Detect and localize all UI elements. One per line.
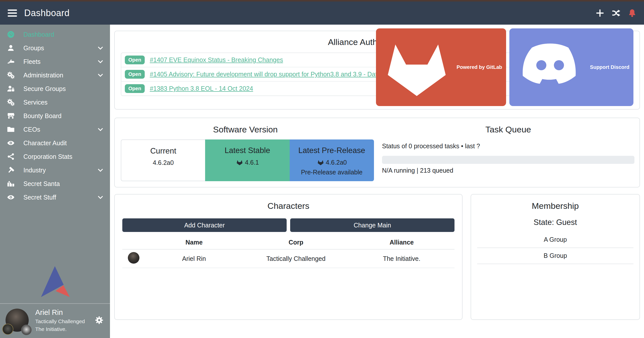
status-badge: Open	[125, 70, 145, 79]
folder-icon	[7, 125, 17, 134]
sidebar-item-label: Character Audit	[23, 139, 67, 147]
eye-icon	[7, 139, 17, 147]
version-column-current: Current4.6.2a0	[121, 139, 205, 181]
gitlab-tanuki-icon	[317, 159, 324, 166]
sidebar-item-corporation-stats[interactable]: Corporation Stats	[0, 150, 110, 163]
membership-title: Membership	[471, 201, 639, 211]
sidebar-item-bounty-board[interactable]: Bounty Board	[0, 109, 110, 123]
version-column-heading: Latest Stable	[205, 146, 289, 155]
version-number: 4.6.1	[205, 159, 289, 166]
membership-group-item: A Group	[477, 232, 633, 248]
characters-table-header: Name Corp Alliance	[122, 235, 454, 250]
software-version-section: Software Version Current4.6.2a0Latest St…	[115, 125, 376, 187]
sidebar-item-administration[interactable]: Administration	[0, 68, 110, 82]
gifts-icon	[7, 179, 17, 188]
tachometer-icon	[7, 30, 17, 39]
sidebar-item-fleets[interactable]: Fleets	[0, 55, 110, 68]
membership-panel: Membership State: Guest A GroupB Group	[471, 194, 640, 320]
chevron-down-icon	[97, 167, 104, 174]
gitlab-tanuki-icon	[379, 29, 454, 105]
sidebar-item-label: Administration	[23, 72, 63, 79]
cogs-icon	[7, 71, 17, 79]
sidebar-item-secret-santa[interactable]: Secret Santa	[0, 177, 110, 190]
version-number: 4.6.2a0	[290, 159, 374, 166]
task-queue-status: Status of 0 processed tasks • last ?	[382, 142, 634, 150]
membership-groups-list: A GroupB Group	[477, 232, 633, 264]
characters-panel: Characters Add Character Change Main Nam…	[114, 194, 463, 320]
chevron-down-icon	[97, 44, 104, 52]
corp-logo-badge	[2, 324, 13, 335]
sidebar-item-label: Dashboard	[23, 31, 54, 38]
sidebar-item-label: Fleets	[23, 58, 41, 65]
sidebar-item-services[interactable]: Services	[0, 95, 110, 109]
sidebar: DashboardGroupsFleetsAdministrationSecur…	[0, 25, 110, 338]
sidebar-item-label: Bounty Board	[23, 112, 62, 120]
task-queue-progressbar	[382, 156, 634, 164]
add-character-button[interactable]: Add Character	[122, 218, 287, 232]
version-number: 4.6.2a0	[121, 159, 205, 166]
sidebar-item-groups[interactable]: Groups	[0, 41, 110, 55]
avatar	[6, 309, 29, 332]
membership-group-item: B Group	[477, 248, 633, 264]
alliance-column-header: Alliance	[349, 239, 454, 246]
support-discord-badge[interactable]: Support Discord	[509, 28, 633, 106]
software-version-table: Current4.6.2a0Latest Stable4.6.1Latest P…	[121, 139, 374, 181]
sidebar-item-character-audit[interactable]: Character Audit	[0, 136, 110, 150]
user-panel[interactable]: Ariel Rin Tactically Challenged The Init…	[0, 304, 110, 336]
sidebar-item-secure-groups[interactable]: Secure Groups	[0, 82, 110, 95]
topbar-actions	[595, 8, 637, 18]
status-badge: Open	[125, 56, 145, 64]
user-name: Ariel Rin	[35, 308, 85, 317]
sidebar-item-secret-stuff[interactable]: Secret Stuff	[0, 190, 110, 204]
gitlab-tanuki-icon	[236, 159, 243, 166]
notification-link[interactable]: #1383 Python 3.8 EOL - 14 Oct 2024	[150, 85, 253, 92]
shuffle-icon[interactable]	[611, 8, 621, 18]
characters-table-body: Ariel RinTactically ChallengedThe Initia…	[122, 250, 454, 268]
character-corp: Tactically Challenged	[243, 255, 349, 262]
sidebar-item-label: Corporation Stats	[23, 153, 72, 160]
character-portrait	[128, 252, 139, 264]
version-column-heading: Current	[121, 147, 205, 156]
corp-column-header: Corp	[243, 239, 349, 246]
powered-by-gitlab-badge[interactable]: Powered by GitLab	[376, 28, 506, 106]
version-column-latest-stable: Latest Stable4.6.1	[205, 139, 289, 181]
page-title: Dashboard	[24, 8, 70, 18]
discord-badge-label: Support Discord	[590, 64, 629, 70]
sidebar-item-ceos[interactable]: CEOs	[0, 123, 110, 136]
task-queue-section: Task Queue Status of 0 processed tasks •…	[376, 125, 639, 187]
version-value: 4.6.2a0	[153, 159, 174, 166]
share-nodes-icon	[7, 152, 17, 161]
sidebar-item-label: Industry	[23, 167, 46, 174]
notifications-bell-icon[interactable]	[627, 8, 637, 18]
change-main-button[interactable]: Change Main	[290, 218, 454, 232]
sidebar-menu: DashboardGroupsFleetsAdministrationSecur…	[0, 25, 110, 204]
status-badge: Open	[125, 84, 145, 93]
sidebar-item-dashboard[interactable]: Dashboard	[0, 28, 110, 41]
sidebar-item-label: Secret Santa	[23, 180, 60, 187]
sidebar-item-label: Services	[23, 99, 48, 106]
user-icon	[7, 44, 17, 52]
add-icon[interactable]	[595, 8, 605, 18]
user-lock-icon	[7, 84, 17, 93]
sidebar-item-industry[interactable]: Industry	[0, 163, 110, 177]
name-column-header: Name	[145, 239, 243, 246]
sidebar-item-label: CEOs	[23, 126, 40, 133]
chevron-down-icon	[97, 72, 104, 79]
notifications-panel: Alliance Auth Notifications Open#1407 EV…	[114, 31, 640, 110]
version-note: Pre-Release available	[290, 169, 374, 176]
gear-icon[interactable]	[95, 316, 104, 325]
chevron-down-icon	[97, 194, 104, 201]
notification-link[interactable]: #1407 EVE Equinox Status - Breaking Chan…	[150, 56, 283, 64]
chevron-down-icon	[97, 126, 104, 133]
store-icon	[7, 112, 17, 120]
user-alliance: The Initiative.	[35, 326, 85, 332]
shuttle-icon	[7, 57, 17, 66]
notifications-footer: Powered by GitLab Support Discord	[376, 28, 633, 106]
eye-icon	[7, 193, 17, 202]
membership-state: State: Guest	[471, 218, 639, 227]
gitlab-badge-label: Powered by GitLab	[457, 64, 502, 70]
notification-link[interactable]: #1405 Advisory: Future development will …	[150, 71, 412, 78]
hamburger-menu-icon[interactable]	[7, 8, 18, 19]
sidebar-item-label: Groups	[23, 44, 44, 52]
sidebar-item-label: Secret Stuff	[23, 194, 56, 201]
